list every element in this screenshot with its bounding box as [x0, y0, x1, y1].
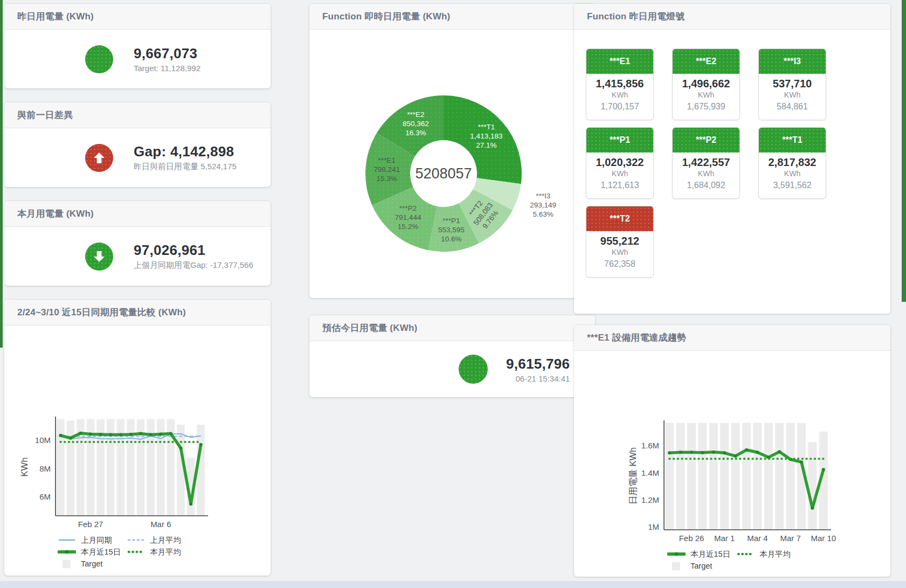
target-bar	[775, 423, 784, 530]
light-card-value: 537,710	[759, 78, 826, 90]
light-card-unit: KWh	[759, 169, 826, 179]
legend-item[interactable]: 本月平均	[127, 547, 196, 557]
legend-item[interactable]: 本月平均	[736, 549, 805, 559]
light-card-target: 1,675,939	[673, 100, 739, 113]
chart-legend: 本月近15日本月平均Target	[574, 548, 890, 572]
light-card-unit: KWh	[673, 90, 739, 100]
kpi-subtitle: Target: 11,128,992	[134, 64, 200, 73]
light-card-name: ***T1	[759, 128, 826, 153]
series-marker	[778, 450, 781, 453]
light-card-p2: ***P2 1,422,557 KWh 1,684,092	[672, 127, 740, 199]
light-card-target: 3,591,562	[759, 179, 826, 191]
light-card-unit: KWh	[586, 169, 653, 179]
x-tick-label: Mar 7	[780, 534, 800, 543]
series-marker	[800, 460, 803, 464]
series-marker	[119, 433, 122, 437]
legend-item[interactable]: Target	[667, 562, 736, 570]
y-tick-label: 1.2M	[641, 495, 659, 504]
donut-svg[interactable]: ***T11,413,18327.1%***I3293,1495.63%***T…	[309, 30, 595, 298]
chart-svg[interactable]: 1M1.2M1.4M1.6MFeb 26Mar 1Mar 4Mar 7Mar 1…	[574, 419, 890, 548]
light-card-target: 1,700,157	[586, 100, 653, 113]
arrow-up-icon	[85, 144, 113, 172]
x-tick-label: Mar 6	[150, 520, 171, 529]
chart-svg[interactable]: 6M8M10MFeb 27Mar 6KWh	[4, 415, 271, 534]
series-marker	[822, 468, 825, 471]
light-card-name: ***P2	[673, 128, 739, 153]
legend-item[interactable]: 本月近15日	[58, 547, 127, 557]
card-month-usage: 本月用電量 (KWh) 97,026,961 上個月同期用電Gap: -17,3…	[4, 201, 271, 286]
right-edge-strip	[902, 0, 906, 302]
light-card-name: ***P1	[586, 128, 653, 153]
chart-legend: 上月同期上月平均本月近15日本月平均Target	[4, 534, 271, 570]
status-circle-icon	[85, 45, 113, 73]
legend-swatch-icon	[58, 548, 76, 556]
y-axis-title: 日用電量 KWh	[628, 447, 638, 504]
card-realtime-donut: Function 即時日用電量 (KWh) ***T11,413,18327.1…	[309, 4, 595, 298]
card-estimate-today: 預估今日用電量 (KWh) 9,615,796 06-21 15:34:41	[309, 315, 595, 397]
legend-swatch-icon	[736, 550, 755, 558]
light-card-i3: ***I3 537,710 KWh 584,861	[758, 49, 826, 120]
panel-status-lights: Function 昨日用電燈號 ***E1 1,415,856 KWh 1,70…	[574, 4, 890, 314]
card-yesterday-usage: 昨日用電量 (KWh) 9,667,073 Target: 11,128,992	[4, 4, 271, 88]
series-marker	[89, 432, 92, 435]
light-card-name: ***E2	[673, 49, 739, 74]
legend-swatch-icon	[127, 548, 145, 556]
e1-trend-chart[interactable]: 1M1.2M1.4M1.6MFeb 26Mar 1Mar 4Mar 7Mar 1…	[574, 419, 890, 572]
series-marker	[189, 502, 192, 506]
light-card-value: 955,212	[586, 235, 653, 247]
series-marker	[169, 432, 172, 435]
y-tick-label: 1.4M	[641, 468, 659, 478]
legend-item[interactable]: 上月平均	[127, 535, 196, 545]
legend-swatch-icon	[127, 536, 145, 544]
legend-label: Target	[690, 562, 712, 570]
card-compare-chart: 2/24~3/10 近15日同期用電量比較 (KWh) 6M8M10MFeb 2…	[4, 300, 271, 576]
card-e1-trend: ***E1 設備用電達成趨勢 1M1.2M1.4M1.6MFeb 26Mar 1…	[574, 325, 890, 577]
target-bar	[665, 423, 674, 530]
kpi-value: 9,615,796	[506, 356, 570, 372]
series-marker	[159, 432, 162, 435]
series-marker	[69, 437, 72, 440]
series-marker	[811, 507, 814, 510]
card-title: 昨日用電量 (KWh)	[17, 10, 94, 23]
target-bar	[753, 423, 762, 530]
target-bar	[709, 423, 718, 530]
series-marker	[59, 434, 62, 437]
target-bar	[764, 423, 773, 530]
kpi-row: 9,667,073 Target: 11,128,992	[4, 30, 271, 88]
legend-label: 本月近15日	[690, 549, 730, 559]
target-bar	[676, 423, 685, 530]
legend-swatch-icon	[58, 559, 76, 568]
legend-item[interactable]: 上月同期	[58, 535, 127, 545]
y-tick-label: 1.6M	[641, 441, 659, 450]
legend-item[interactable]: Target	[58, 559, 127, 568]
light-card-value: 1,422,557	[673, 156, 739, 169]
legend-swatch-icon	[58, 536, 76, 544]
legend-label: 上月平均	[150, 535, 181, 545]
legend-label: 上月同期	[81, 535, 112, 545]
legend-label: 本月平均	[150, 547, 181, 557]
light-card-name: ***E1	[586, 49, 653, 74]
kpi-row: 97,026,961 上個月同期用電Gap: -17,377,566	[4, 227, 271, 286]
light-card-unit: KWh	[586, 247, 653, 258]
series-marker	[745, 448, 748, 452]
series-marker	[734, 454, 737, 458]
series-marker	[723, 451, 726, 454]
series-marker	[109, 433, 112, 437]
status-circle-icon	[459, 355, 488, 384]
kpi-subtitle: 昨日與前日用電量 5,524,175	[134, 162, 237, 172]
legend-item[interactable]: 本月近15日	[667, 549, 736, 559]
kpi-subtitle: 上個月同期用電Gap: -17,377,566	[134, 260, 253, 271]
target-bar	[687, 423, 696, 530]
compare-usage-chart[interactable]: 6M8M10MFeb 27Mar 6KWh上月同期上月平均本月近15日本月平均T…	[4, 415, 271, 570]
series-marker	[179, 446, 183, 449]
target-bar	[808, 442, 817, 530]
light-card-value: 1,020,322	[586, 156, 653, 169]
series-marker	[129, 433, 133, 436]
light-card-t2: ***T2 955,212 KWh 762,358	[586, 206, 654, 278]
kpi-row: 9,615,796 06-21 15:34:41	[309, 341, 595, 397]
arrow-down-icon	[85, 243, 113, 271]
y-tick-label: 6M	[39, 492, 51, 501]
realtime-donut-chart[interactable]: ***T11,413,18327.1%***I3293,1495.63%***T…	[309, 30, 595, 298]
y-axis-title: KWh	[19, 458, 29, 477]
y-tick-label: 10M	[35, 435, 51, 445]
